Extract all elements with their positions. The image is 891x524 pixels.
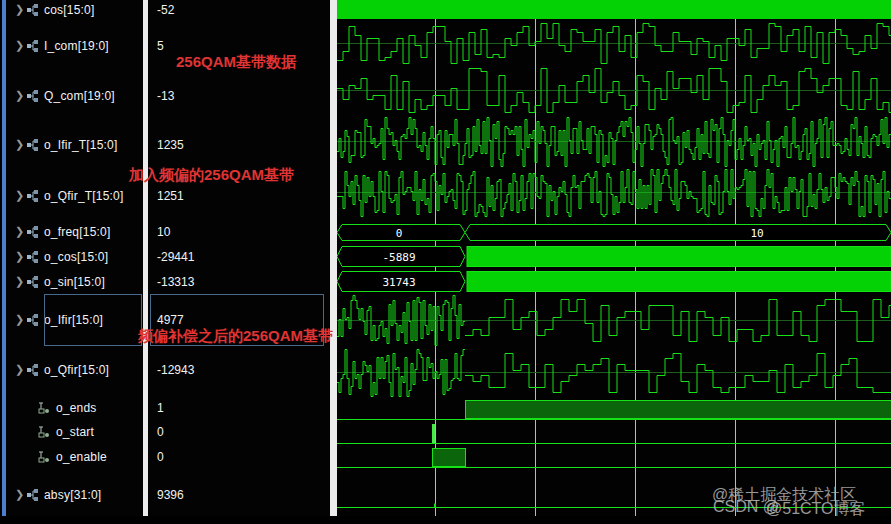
watermark-51cto: @51CTO博客 <box>766 499 866 520</box>
signal-value-label: -52 <box>157 3 174 17</box>
waveform-plot: 010-588931743 <box>337 0 891 516</box>
signal-values-panel: -525-131235125110-29441-133134977-129431… <box>148 0 330 516</box>
expand-chevron-icon[interactable]: ❯ <box>13 3 26 16</box>
svg-text:-5889: -5889 <box>382 251 415 264</box>
bus-signal-icon <box>26 364 40 376</box>
signal-row-cos[interactable]: ❯cos[15:0] <box>6 1 95 18</box>
signal-name-label: o_Ifir_T[15:0] <box>44 138 118 152</box>
signal-row-o_Qfir[interactable]: ❯o_Qfir[15:0] <box>6 361 109 378</box>
bus-signal-icon <box>26 489 40 501</box>
bus-signal-icon <box>26 276 40 288</box>
signal-value-label: -13313 <box>157 275 194 289</box>
expand-chevron-icon[interactable]: ❯ <box>13 275 26 288</box>
signal-row-o_cos[interactable]: ❯o_cos[15:0] <box>6 248 108 265</box>
signal-value-label: 0 <box>157 425 164 439</box>
waveform-viewer-window: ❯cos[15:0]❯I_com[19:0]❯Q_com[19:0]❯o_Ifi… <box>0 0 891 524</box>
expand-chevron-icon[interactable]: ❯ <box>13 488 26 501</box>
bus-signal-icon <box>26 190 40 202</box>
signal-row-o_sin[interactable]: ❯o_sin[15:0] <box>6 273 105 290</box>
signal-value-label: -29441 <box>157 250 194 264</box>
signal-name-label: o_enable <box>56 450 107 464</box>
expand-chevron-icon[interactable]: ❯ <box>13 250 26 263</box>
signal-name-label: o_start <box>56 425 94 439</box>
signal-value-Q_com: -13 <box>157 87 174 104</box>
signal-name-label: o_sin[15:0] <box>44 275 105 289</box>
svg-text:31743: 31743 <box>382 276 415 289</box>
signal-name-label: o_freq[15:0] <box>44 225 110 239</box>
signal-value-absy: 9396 <box>157 486 184 503</box>
annotation-compensated: 频偏补偿之后的256QAM基带 <box>138 327 333 346</box>
scalar-signal-icon <box>38 426 52 438</box>
signal-row-Q_com[interactable]: ❯Q_com[19:0] <box>6 87 115 104</box>
signal-value-o_cos: -29441 <box>157 248 194 265</box>
annotation-baseband: 256QAM基带数据 <box>176 53 296 72</box>
signal-value-o_enable: 0 <box>157 448 164 465</box>
expand-chevron-icon[interactable]: ❯ <box>13 138 26 151</box>
signal-name-label: absy[31:0] <box>44 488 101 502</box>
signal-names-panel: ❯cos[15:0]❯I_com[19:0]❯Q_com[19:0]❯o_Ifi… <box>6 0 143 516</box>
values-wave-splitter[interactable] <box>330 0 337 516</box>
signal-name-label: Q_com[19:0] <box>44 89 115 103</box>
signal-row-o_ends[interactable]: ❯o_ends <box>6 399 97 416</box>
signal-row-absy[interactable]: ❯absy[31:0] <box>6 486 101 503</box>
signal-row-o_freq[interactable]: ❯o_freq[15:0] <box>6 223 110 240</box>
expand-chevron-icon[interactable]: ❯ <box>13 225 26 238</box>
signal-name-label: o_ends <box>56 401 97 415</box>
expand-chevron-icon[interactable]: ❯ <box>13 189 26 202</box>
signal-value-label: 1251 <box>157 189 184 203</box>
signal-value-label: 9396 <box>157 488 184 502</box>
signal-row-I_com[interactable]: ❯I_com[19:0] <box>6 37 109 54</box>
signal-name-label: o_Qfir[15:0] <box>44 363 109 377</box>
signal-value-cos: -52 <box>157 1 174 18</box>
signal-value-label: 1 <box>157 401 164 415</box>
bus-signal-icon <box>26 139 40 151</box>
svg-text:0: 0 <box>396 227 403 240</box>
signal-value-o_start: 0 <box>157 423 164 440</box>
signal-row-o_enable[interactable]: ❯o_enable <box>6 448 107 465</box>
signal-value-o_sin: -13313 <box>157 273 194 290</box>
signal-value-o_ends: 1 <box>157 399 164 416</box>
expand-chevron-icon[interactable]: ❯ <box>13 313 26 326</box>
signal-value-label: 0 <box>157 450 164 464</box>
scalar-signal-icon <box>38 451 52 463</box>
expand-chevron-icon[interactable]: ❯ <box>13 39 26 52</box>
signal-name-label: cos[15:0] <box>44 3 95 17</box>
bus-signal-icon <box>26 40 40 52</box>
signal-value-I_com: 5 <box>157 37 164 54</box>
signal-value-o_Ifir_T: 1235 <box>157 136 184 153</box>
bottom-border <box>0 516 891 524</box>
bus-signal-icon <box>26 226 40 238</box>
signal-name-label: o_cos[15:0] <box>44 250 108 264</box>
signal-value-o_Qfir: -12943 <box>157 361 194 378</box>
bus-signal-icon <box>26 4 40 16</box>
selected-signal-name-box <box>44 294 142 346</box>
annotation-freq-offset: 加入频偏的256QAM基带 <box>129 166 294 185</box>
signal-value-o_freq: 10 <box>157 223 170 240</box>
signal-name-label: o_Qfir_T[15:0] <box>44 189 124 203</box>
waveform-canvas[interactable]: 010-588931743 <box>337 0 891 516</box>
expand-chevron-icon[interactable]: ❯ <box>13 89 26 102</box>
scalar-signal-icon <box>38 402 52 414</box>
signal-row-o_Qfir_T[interactable]: ❯o_Qfir_T[15:0] <box>6 187 124 204</box>
signal-value-label: 10 <box>157 225 170 239</box>
signal-value-label: -12943 <box>157 363 194 377</box>
bus-signal-icon <box>26 314 40 326</box>
signal-value-label: 1235 <box>157 138 184 152</box>
expand-chevron-icon[interactable]: ❯ <box>13 363 26 376</box>
bus-signal-icon <box>26 90 40 102</box>
signal-name-label: I_com[19:0] <box>44 39 109 53</box>
signal-value-o_Qfir_T: 1251 <box>157 187 184 204</box>
bus-signal-icon <box>26 251 40 263</box>
signal-row-o_start[interactable]: ❯o_start <box>6 423 94 440</box>
signal-value-label: 5 <box>157 39 164 53</box>
signal-value-label: -13 <box>157 89 174 103</box>
svg-text:10: 10 <box>750 227 763 240</box>
signal-row-o_Ifir_T[interactable]: ❯o_Ifir_T[15:0] <box>6 136 118 153</box>
